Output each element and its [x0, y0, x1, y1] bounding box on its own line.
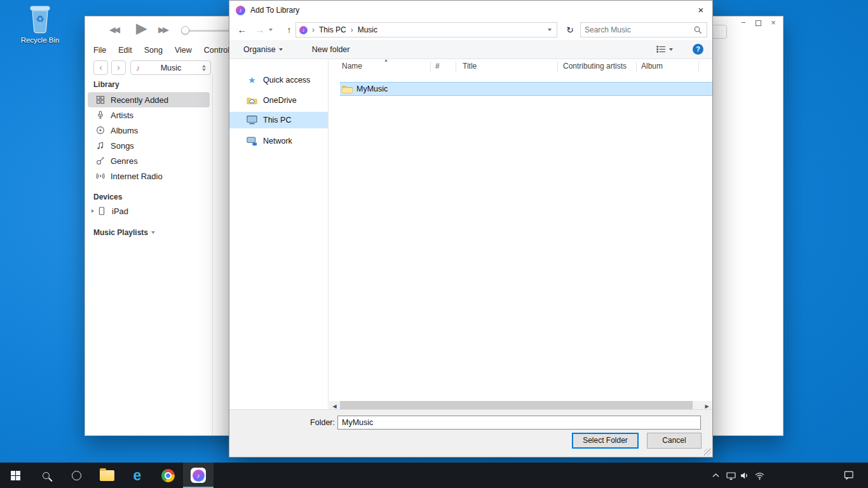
dialog-close-button[interactable]: × — [689, 1, 712, 20]
address-bar[interactable]: ♪ › This PC › Music — [295, 22, 557, 37]
show-hidden-icons-button[interactable] — [708, 463, 723, 488]
playlists-label: Music Playlists — [93, 228, 148, 237]
volume-slider[interactable] — [184, 30, 232, 32]
volume-knob[interactable] — [181, 26, 189, 34]
search-input[interactable] — [581, 25, 694, 34]
updown-caret-icon — [202, 65, 206, 71]
breadcrumb-music[interactable]: Music — [358, 25, 377, 34]
column-divider — [557, 62, 558, 72]
select-folder-button[interactable]: Select Folder — [572, 433, 639, 449]
expand-chevron-icon[interactable] — [92, 209, 94, 213]
sidebar-item-albums[interactable]: Albums — [88, 123, 210, 138]
sidebar-item-recently-added[interactable]: Recently Added — [88, 92, 210, 107]
menu-view[interactable]: View — [175, 46, 192, 55]
media-picker[interactable]: ♪ Music — [130, 60, 211, 75]
taskbar-search-button[interactable] — [31, 463, 61, 488]
organise-button[interactable]: Organise — [243, 45, 283, 54]
cortana-button[interactable] — [61, 463, 92, 488]
nav-item-quick-access[interactable]: ★ Quick access — [229, 72, 328, 88]
sidebar-item-ipad[interactable]: iPad — [88, 203, 210, 219]
itunes-app-icon: ♪ — [236, 6, 245, 15]
chevron-up-icon — [711, 471, 721, 480]
menu-edit[interactable]: Edit — [118, 46, 132, 55]
network-icon — [247, 136, 257, 146]
dialog-title-bar[interactable]: ♪ Add To Library × — [229, 1, 712, 20]
address-dropdown-icon[interactable] — [548, 29, 552, 31]
chrome-button[interactable] — [153, 463, 183, 488]
itunes-back-button[interactable]: ‹ — [93, 60, 108, 75]
column-header-name[interactable]: Name — [342, 62, 362, 71]
close-button[interactable]: × — [769, 18, 778, 27]
folder-label: Folder: — [290, 416, 335, 430]
onedrive-icon — [247, 95, 257, 105]
folder-icon — [342, 85, 353, 93]
folder-name-input[interactable] — [337, 416, 701, 430]
sidebar-item-artists[interactable]: Artists — [88, 107, 210, 123]
itunes-taskbar-button[interactable]: ♪ — [183, 463, 214, 488]
crumb-separator-icon: › — [312, 25, 315, 34]
view-mode-button[interactable] — [656, 45, 673, 53]
sidebar-item-internet-radio[interactable]: Internet Radio — [88, 168, 210, 184]
search-box[interactable] — [580, 22, 707, 37]
new-folder-button[interactable]: New folder — [312, 45, 350, 54]
guitar-icon — [96, 156, 105, 165]
column-header-contributing-artists[interactable]: Contributing artists — [563, 62, 627, 71]
minimize-button[interactable]: − — [739, 18, 748, 27]
column-divider — [698, 62, 699, 72]
grid-icon — [96, 95, 105, 104]
maximize-button[interactable] — [756, 20, 761, 26]
action-center-button[interactable] — [840, 463, 858, 488]
sidebar-item-songs[interactable]: Songs — [88, 138, 210, 153]
sort-ascending-icon: ▲ — [384, 58, 388, 62]
tray-display-button[interactable] — [723, 463, 738, 488]
music-playlists-header[interactable]: Music Playlists — [93, 228, 155, 237]
nav-item-this-pc[interactable]: This PC — [229, 112, 328, 128]
tray-network-button[interactable] — [752, 463, 767, 488]
library-header: Library — [93, 80, 119, 89]
dialog-toolbar: Organise New folder ? — [229, 40, 712, 59]
menu-song[interactable]: Song — [144, 46, 163, 55]
recycle-bin-desktop-icon[interactable]: ♻ Recycle Bin — [15, 3, 65, 44]
sidebar-divider — [212, 75, 213, 436]
file-explorer-button[interactable] — [92, 463, 122, 488]
microphone-icon — [96, 111, 105, 119]
broadcast-icon — [96, 172, 105, 180]
file-name: MyMusic — [356, 85, 388, 93]
sidebar-item-genres[interactable]: Genres — [88, 153, 210, 168]
help-button[interactable]: ? — [693, 44, 703, 55]
column-header-number[interactable]: # — [435, 62, 440, 71]
menu-file[interactable]: File — [93, 46, 106, 55]
up-button[interactable]: ↑ — [281, 20, 297, 40]
play-button[interactable]: ▶ — [136, 20, 147, 37]
itunes-forward-button[interactable]: › — [111, 60, 126, 75]
sidebar-item-label: Recently Added — [111, 95, 168, 105]
tray-volume-button[interactable] — [737, 463, 752, 488]
nav-item-network[interactable]: Network — [229, 133, 328, 149]
search-icon — [694, 26, 702, 34]
back-button[interactable]: ← — [234, 20, 250, 40]
breadcrumb-this-pc[interactable]: This PC — [319, 25, 346, 34]
rewind-button[interactable]: ◀◀ — [109, 25, 118, 34]
nav-item-onedrive[interactable]: OneDrive — [229, 92, 328, 109]
recent-locations-chevron-icon[interactable] — [269, 29, 273, 31]
fast-forward-button[interactable]: ▶▶ — [158, 25, 167, 34]
cancel-button[interactable]: Cancel — [647, 433, 702, 449]
sidebar-item-label: Songs — [111, 141, 134, 151]
devices-header: Devices — [93, 193, 122, 201]
forward-button[interactable]: → — [252, 20, 268, 40]
taskbar: e ♪ — [0, 463, 868, 488]
folder-icon — [100, 470, 114, 481]
action-center-icon — [844, 470, 854, 480]
column-header-album[interactable]: Album — [641, 62, 663, 71]
chevron-down-icon — [669, 48, 673, 51]
refresh-button[interactable]: ↻ — [562, 20, 578, 40]
recycle-symbol-icon: ♻ — [26, 13, 54, 25]
start-button[interactable] — [0, 463, 31, 488]
resize-grip[interactable] — [704, 449, 711, 456]
file-row-mymusic[interactable]: MyMusic — [340, 82, 712, 96]
internet-explorer-button[interactable]: e — [122, 463, 153, 488]
column-header-title[interactable]: Title — [463, 62, 477, 71]
crumb-separator-icon: › — [351, 25, 353, 34]
dialog-footer: Folder: Select Folder Cancel — [229, 409, 712, 457]
album-icon — [96, 126, 105, 135]
